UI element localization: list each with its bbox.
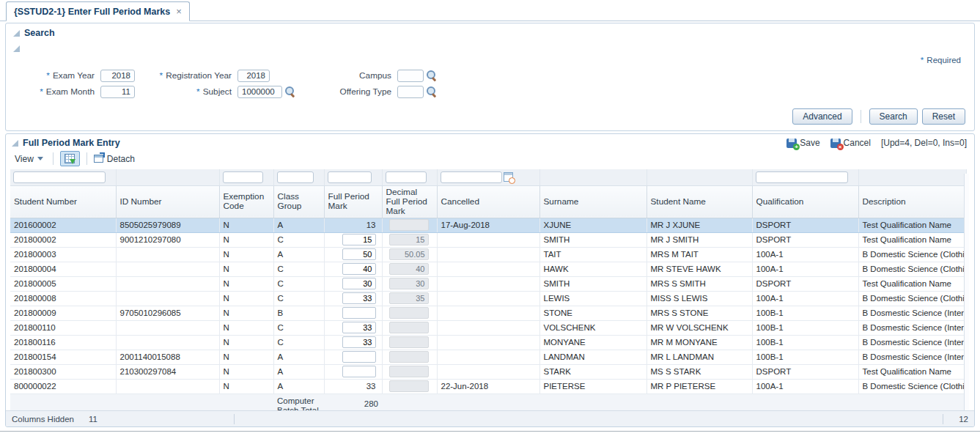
column-header-surname[interactable]: Surname [539, 185, 646, 218]
vertical-scrollbar[interactable] [964, 174, 969, 410]
full-period-mark-input[interactable] [342, 322, 376, 333]
cell-id-number [116, 291, 219, 306]
table-row[interactable]: 201800003NA50.05TAITMRS M TAIT100A-1B Do… [10, 247, 966, 262]
column-header-qualification[interactable]: Qualification [752, 185, 858, 218]
table-row[interactable]: 201800110NCVOLSCHENKMR W VOLSCHENK100B-1… [10, 320, 966, 335]
column-header-full-period-mark[interactable]: Full Period Mark [324, 185, 382, 218]
cell-full-period-mark [324, 247, 382, 262]
date-filter-icon[interactable] [504, 172, 513, 182]
cell-class-group: A [273, 218, 324, 232]
cell-student-name: MRS S STONE [646, 306, 752, 320]
column-header-class-group[interactable]: Class Group [273, 185, 324, 218]
cell-qualification: 100B-1 [752, 320, 858, 335]
table-row[interactable]: 201800005NC30SMITHMRS S SMITHDSPORTTest … [10, 276, 966, 291]
save-button[interactable]: + Save [786, 138, 819, 148]
full-period-mark-input[interactable] [342, 292, 376, 304]
cell-id-number [116, 335, 219, 350]
decimal-mark-box [389, 307, 429, 319]
table-toolbar: View Detach [6, 149, 974, 168]
cell-surname: TAIT [539, 247, 646, 262]
view-menu-button[interactable]: View [12, 152, 46, 166]
cell-student-name: MRS M TAIT [646, 247, 752, 262]
registration-year-input[interactable] [237, 70, 270, 82]
exam-month-input[interactable] [100, 86, 135, 98]
full-period-mark-input[interactable] [342, 366, 376, 377]
subject-lov-icon[interactable] [284, 86, 296, 97]
filter-student-number-input[interactable] [13, 171, 106, 183]
full-period-mark-input[interactable] [342, 248, 376, 260]
decimal-mark-box [389, 336, 429, 348]
table-row[interactable]: 2018001542001140015088NALANDMANMR L LAND… [10, 350, 966, 364]
table-row[interactable]: 201800004NC40HAWKMR STEVE HAWK100A-1B Do… [10, 262, 966, 276]
column-header-cancelled[interactable]: Cancelled [437, 185, 539, 218]
cell-student-name: MR W VOLSCHENK [646, 320, 752, 335]
filter-class-group-input[interactable] [277, 171, 314, 183]
table-row[interactable]: 201800008NC35LEWISMISS S LEWIS100A-1B Do… [10, 291, 966, 306]
table-row[interactable]: 2016000028505025979089NA1317-Aug-2018XJU… [10, 218, 966, 232]
column-header-decimal-full-period-mark[interactable]: Decimal Full Period Mark [382, 185, 437, 218]
tab-close-icon[interactable]: × [176, 7, 182, 16]
exam-year-input[interactable] [100, 70, 135, 82]
reset-button[interactable]: Reset [922, 108, 965, 125]
offering-type-lov-icon[interactable] [426, 86, 438, 97]
mark-entry-disclosure-icon[interactable] [12, 140, 18, 147]
cell-description: B Dosmestic Science (Interi… [858, 320, 966, 335]
cancel-button[interactable]: × Cancel [830, 138, 871, 148]
cell-decimal-mark: 50.05 [382, 247, 437, 262]
filter-cell-exemption-code [219, 169, 273, 185]
campus-lov-icon[interactable] [426, 70, 438, 81]
tab-enter-full-period-marks[interactable]: {SSTUD2-1} Enter Full Period Marks × [6, 1, 190, 21]
filter-exemption-code-input[interactable] [223, 171, 263, 183]
column-header-student-number[interactable]: Student Number [10, 185, 116, 218]
cell-description: B Dosmestic Science (Interi… [858, 306, 966, 320]
search-disclosure-icon[interactable] [13, 30, 20, 37]
subject-input[interactable] [237, 86, 282, 98]
cell-cancelled: 17-Aug-2018 [437, 218, 539, 232]
toolbar-separator [53, 152, 54, 165]
cell-id-number [116, 379, 219, 393]
cell-description: Test Qualification Name [858, 218, 966, 232]
table-row[interactable]: 2018000099705010296085NBSTONEMRS S STONE… [10, 306, 966, 320]
tab-bar: {SSTUD2-1} Enter Full Period Marks × [0, 0, 980, 21]
offering-type-input[interactable] [397, 86, 424, 98]
full-period-mark-input[interactable] [342, 234, 376, 245]
search-mode-disclosure-icon[interactable] [13, 45, 20, 52]
decimal-mark-box: 50.05 [389, 248, 429, 260]
advanced-button[interactable]: Advanced [792, 108, 852, 125]
cell-surname: LEWIS [539, 291, 646, 306]
full-period-mark-input[interactable] [342, 336, 376, 348]
table-row[interactable]: 800000022NA3322-Jun-2018PIETERSEMR P PIE… [10, 379, 966, 393]
table-row[interactable]: 201800300210300297084NASTARKMS S STARKDS… [10, 364, 966, 379]
table-status-bar: Columns Hidden 11 12 [6, 410, 974, 426]
column-header-student-name[interactable]: Student Name [646, 185, 752, 218]
filter-qualification-input[interactable] [756, 171, 848, 183]
search-button[interactable]: Search [869, 108, 918, 125]
cell-student-number: 201800002 [10, 232, 116, 247]
cell-id-number: 210300297084 [116, 364, 219, 379]
cell-student-number: 201800116 [10, 335, 116, 350]
filter-full-period-mark-input[interactable] [328, 171, 372, 183]
search-panel-title: Search [24, 28, 55, 38]
column-header-description[interactable]: Description [858, 185, 966, 218]
full-period-mark-input[interactable] [342, 278, 376, 289]
full-period-mark-input[interactable] [342, 351, 376, 363]
table-container: Student NumberID NumberExemption CodeCla… [10, 169, 964, 418]
cell-qualification: DSPORT [752, 218, 858, 232]
required-note: *Required [921, 56, 961, 64]
cell-surname: VOLSCHENK [539, 320, 646, 335]
cell-cancelled [437, 232, 539, 247]
filter-decimal-full-period-mark-input[interactable] [386, 171, 427, 183]
cell-student-number: 201800008 [10, 291, 116, 306]
full-period-mark-input[interactable] [342, 263, 376, 275]
table-row[interactable]: 201800116NCMONYANEMR M MONYANE100B-1B Do… [10, 335, 966, 350]
decimal-mark-box: 15 [389, 234, 429, 245]
query-by-example-toggle[interactable] [60, 151, 80, 166]
full-period-mark-input[interactable] [342, 307, 376, 319]
column-header-exemption-code[interactable]: Exemption Code [219, 185, 273, 218]
column-header-id-number[interactable]: ID Number [116, 185, 219, 218]
table-row[interactable]: 2018000029001210297080NC15SMITHMR J SMIT… [10, 232, 966, 247]
campus-input[interactable] [397, 70, 424, 82]
detach-button[interactable]: Detach [94, 154, 135, 164]
cell-cancelled [437, 262, 539, 276]
filter-cancelled-input[interactable] [441, 171, 502, 183]
